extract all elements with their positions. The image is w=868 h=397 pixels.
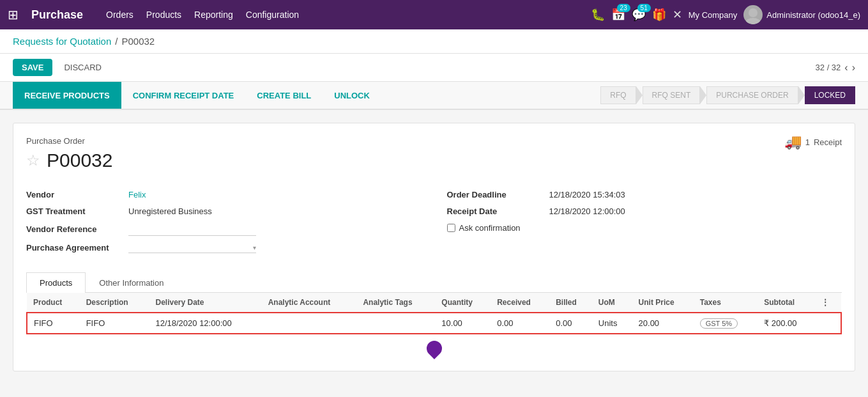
gst-label: GST Treatment: [26, 206, 128, 216]
tab-other-information[interactable]: Other Information: [86, 272, 177, 293]
arrow-2: [700, 86, 706, 104]
tab-products[interactable]: Products: [26, 272, 86, 293]
col-actions: ⋮: [815, 293, 841, 313]
pagination: 32 / 32 ‹ ›: [816, 62, 855, 74]
products-table: Product Description Delivery Date Analyt…: [26, 293, 842, 334]
close-icon[interactable]: ✕: [673, 8, 682, 22]
form-title: Purchase Order: [26, 136, 842, 146]
arrow-3: [798, 86, 805, 104]
breadcrumb: Requests for Quotation / P00032: [0, 29, 868, 54]
breadcrumb-parent[interactable]: Requests for Quotation: [13, 36, 111, 47]
breadcrumb-current: P00032: [121, 36, 155, 47]
gst-value: Unregistered Business: [128, 206, 212, 216]
status-purchase-order[interactable]: PURCHASE ORDER: [706, 86, 798, 104]
msg-badge-wrap[interactable]: 💬 51: [632, 8, 646, 22]
ask-confirmation-checkbox[interactable]: [447, 224, 455, 232]
action-bar: SAVE DISCARD 32 / 32 ‹ ›: [0, 54, 868, 82]
cell-row-actions: [815, 313, 841, 334]
create-bill-button[interactable]: CREATE BILL: [245, 82, 323, 109]
receipt-date-value: 12/18/2020 12:00:00: [549, 206, 625, 216]
top-nav: ⊞ Purchase Orders Products Reporting Con…: [0, 0, 868, 29]
location-pin-icon: [423, 338, 445, 359]
cell-unit-price: 20.00: [632, 313, 694, 334]
purchase-agreement-label: Purchase Agreement: [26, 243, 128, 253]
nav-configuration[interactable]: Configuration: [246, 10, 299, 20]
calendar-badge: 23: [617, 4, 630, 12]
cell-description: FIFO: [80, 313, 149, 334]
bug-icon[interactable]: 🐛: [591, 8, 605, 22]
bottom-marker: [26, 334, 842, 358]
vendor-ref-field-row: Vendor Reference: [26, 220, 422, 240]
order-deadline-field-row: Order Deadline 12/18/2020 15:34:03: [447, 187, 842, 203]
vendor-ref-label: Vendor Reference: [26, 224, 128, 234]
save-button[interactable]: SAVE: [13, 59, 52, 76]
cell-quantity: 10.00: [435, 313, 491, 334]
receipt-label: Receipt: [814, 137, 842, 147]
status-rfq[interactable]: RFQ: [600, 86, 636, 104]
col-analytic-tags: Analytic Tags: [356, 293, 435, 313]
chevron-down-icon: ▾: [253, 244, 256, 251]
col-uom: UoM: [592, 293, 632, 313]
calendar-badge-wrap[interactable]: 📅 23: [611, 8, 625, 22]
col-quantity: Quantity: [435, 293, 491, 313]
vendor-label: Vendor: [26, 190, 128, 199]
cell-delivery-date: 12/18/2020 12:00:00: [149, 313, 261, 334]
cell-analytic-tags: [356, 313, 435, 334]
table-row[interactable]: FIFO FIFO 12/18/2020 12:00:00 10.00 0.00…: [27, 313, 841, 334]
nav-right: 🐛 📅 23 💬 51 🎁 ✕ My Company Administrator…: [591, 5, 860, 24]
purchase-agreement-select[interactable]: ▾: [128, 243, 256, 253]
cell-product: FIFO: [27, 313, 80, 334]
form-fields: Vendor Felix GST Treatment Unregistered …: [26, 187, 842, 257]
col-product: Product: [27, 293, 80, 313]
form-right: Order Deadline 12/18/2020 15:34:03 Recei…: [447, 187, 842, 257]
receive-products-button[interactable]: RECEIVE PRODUCTS: [13, 82, 121, 109]
cell-subtotal: ₹ 200.00: [758, 313, 815, 334]
user-info[interactable]: Administrator (odoo14_e): [743, 5, 860, 24]
table-header: Product Description Delivery Date Analyt…: [27, 293, 841, 313]
purchase-agreement-field-row: Purchase Agreement ▾: [26, 240, 422, 257]
discard-button[interactable]: DISCARD: [57, 59, 108, 76]
col-delivery-date: Delivery Date: [149, 293, 261, 313]
msg-badge: 51: [637, 4, 651, 12]
gst-field-row: GST Treatment Unregistered Business: [26, 203, 422, 220]
app-name: Purchase: [31, 8, 83, 22]
col-unit-price: Unit Price: [632, 293, 694, 313]
status-rfq-sent[interactable]: RFQ SENT: [643, 86, 701, 104]
cell-analytic-account: [262, 313, 357, 334]
favorite-star[interactable]: ☆: [26, 152, 40, 169]
confirm-receipt-date-button[interactable]: CONFIRM RECEIPT DATE: [121, 82, 246, 109]
form-left: Vendor Felix GST Treatment Unregistered …: [26, 187, 422, 257]
col-analytic-account: Analytic Account: [262, 293, 357, 313]
status-locked[interactable]: LOCKED: [805, 86, 855, 104]
vendor-ref-input[interactable]: [128, 223, 256, 236]
cell-received: 0.00: [491, 313, 549, 334]
doc-id: P00032: [47, 150, 112, 171]
receipt-date-label: Receipt Date: [447, 206, 549, 216]
unlock-button[interactable]: UNLOCK: [323, 82, 381, 109]
cell-taxes: GST 5%: [694, 313, 758, 334]
gift-icon[interactable]: 🎁: [652, 8, 666, 22]
grid-icon[interactable]: ⊞: [8, 7, 19, 22]
col-description: Description: [80, 293, 149, 313]
company-name[interactable]: My Company: [689, 10, 738, 20]
nav-orders[interactable]: Orders: [106, 10, 133, 20]
ask-confirmation-label: Ask confirmation: [459, 223, 521, 233]
cell-uom: Units: [592, 313, 632, 334]
nav-reporting[interactable]: Reporting: [194, 10, 233, 20]
vendor-field-row: Vendor Felix: [26, 187, 422, 203]
tabs: Products Other Information: [26, 272, 842, 293]
svg-point-1: [745, 18, 761, 24]
prev-button[interactable]: ‹: [844, 62, 848, 74]
nav-products[interactable]: Products: [146, 10, 181, 20]
pagination-text: 32 / 32: [816, 63, 841, 72]
next-button[interactable]: ›: [852, 62, 855, 74]
col-received: Received: [491, 293, 549, 313]
form-card: 🚚 1 Receipt Purchase Order ☆ P00032 Vend…: [13, 123, 855, 371]
purchase-agreement-input[interactable]: [128, 243, 253, 253]
workflow-bar: RECEIVE PRODUCTS CONFIRM RECEIPT DATE CR…: [0, 82, 868, 110]
cell-billed: 0.00: [549, 313, 592, 334]
receipt-badge[interactable]: 🚚 1 Receipt: [784, 134, 842, 150]
vendor-value[interactable]: Felix: [128, 190, 146, 199]
col-billed: Billed: [549, 293, 592, 313]
nav-links: Orders Products Reporting Configuration: [106, 10, 581, 20]
